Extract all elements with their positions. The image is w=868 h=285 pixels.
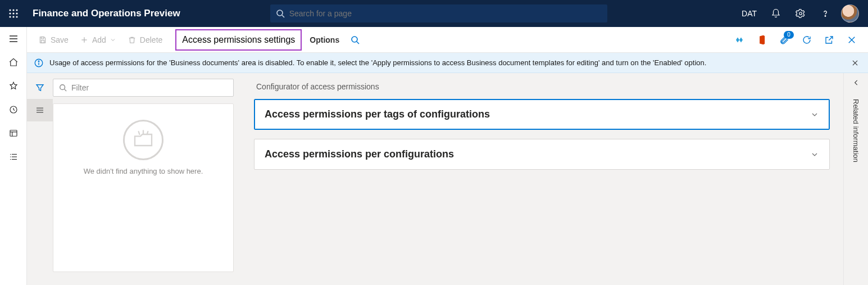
info-banner-text: Usage of access permissions for the 'Bus… — [49, 58, 706, 67]
settings-icon[interactable] — [788, 0, 813, 27]
search-icon — [59, 84, 67, 92]
save-label: Save — [51, 35, 69, 44]
svg-rect-27 — [41, 40, 44, 43]
list-filter-input[interactable] — [71, 83, 228, 92]
empty-list-message: We didn't find anything to show here. — [84, 167, 203, 175]
chevron-down-icon — [810, 150, 819, 159]
related-info-rail: Related information — [843, 73, 868, 285]
svg-rect-17 — [10, 130, 17, 137]
global-search[interactable] — [270, 4, 607, 22]
empty-list-card: We didn't find anything to show here. — [53, 103, 234, 272]
chevron-down-icon — [110, 37, 116, 43]
svg-line-10 — [282, 15, 284, 17]
panel-access-per-tags[interactable]: Access permissions per tags of configura… — [254, 99, 830, 130]
svg-point-12 — [825, 16, 826, 17]
panel-access-per-configurations[interactable]: Access permissions per configurations — [254, 139, 830, 170]
list-icon — [35, 105, 45, 115]
options-button[interactable]: Options — [304, 31, 345, 49]
list-pane: We didn't find anything to show here. — [27, 73, 240, 285]
add-button[interactable]: Add — [74, 31, 122, 49]
svg-line-43 — [65, 89, 67, 92]
list-filter[interactable] — [53, 79, 234, 97]
notifications-icon[interactable] — [764, 0, 788, 27]
refresh-button[interactable] — [796, 30, 817, 50]
svg-point-36 — [38, 61, 39, 62]
plus-icon — [80, 35, 89, 44]
attachments-button[interactable] — [774, 30, 795, 50]
info-icon — [34, 58, 44, 68]
navbar-right: DAT — [735, 0, 868, 27]
svg-point-4 — [12, 12, 14, 14]
company-indicator[interactable]: DAT — [735, 9, 764, 18]
list-view-button[interactable] — [27, 99, 53, 121]
access-permissions-settings-button[interactable]: Access permissions settings — [175, 29, 302, 51]
chevron-left-icon — [852, 79, 860, 87]
app-title: Finance and Operations Preview — [27, 8, 192, 19]
nav-recent-icon[interactable] — [0, 98, 27, 121]
paperclip-icon — [779, 35, 789, 45]
chevron-down-icon — [810, 110, 819, 119]
top-navbar: Finance and Operations Preview DAT — [0, 0, 868, 27]
nav-modules-icon[interactable] — [0, 145, 27, 169]
find-button[interactable] — [345, 31, 365, 49]
banner-close-button[interactable] — [849, 57, 861, 69]
related-info-label: Related information — [852, 99, 860, 162]
waffle-icon[interactable] — [0, 8, 27, 19]
close-button[interactable] — [841, 30, 862, 50]
delete-label: Delete — [140, 35, 162, 44]
popout-icon — [824, 35, 834, 45]
office-icon[interactable] — [751, 30, 772, 50]
nav-workspaces-icon[interactable] — [0, 121, 27, 145]
svg-point-9 — [277, 10, 283, 16]
svg-point-6 — [9, 16, 11, 17]
search-icon — [351, 35, 360, 44]
svg-point-42 — [60, 85, 65, 90]
svg-point-8 — [16, 16, 17, 17]
related-info-expand-button[interactable] — [852, 79, 860, 92]
svg-point-0 — [9, 9, 11, 11]
add-label: Add — [92, 35, 106, 44]
funnel-icon — [35, 83, 45, 93]
panel-access-per-configurations-title: Access permissions per configurations — [265, 148, 454, 160]
trash-icon — [128, 35, 137, 44]
svg-line-31 — [357, 42, 359, 44]
nav-hamburger-icon[interactable] — [0, 27, 27, 51]
svg-point-7 — [12, 16, 14, 17]
panel-access-per-tags-title: Access permissions per tags of configura… — [265, 108, 490, 120]
svg-rect-26 — [41, 37, 44, 38]
save-icon — [38, 35, 47, 44]
help-icon[interactable] — [813, 0, 838, 27]
save-button[interactable]: Save — [33, 31, 74, 49]
svg-point-3 — [9, 12, 11, 14]
svg-point-5 — [16, 12, 17, 14]
popout-button[interactable] — [819, 30, 840, 50]
svg-point-30 — [352, 37, 357, 42]
close-icon — [847, 35, 857, 45]
refresh-icon — [802, 35, 812, 45]
connector-icon[interactable] — [729, 30, 750, 50]
close-icon — [851, 59, 859, 67]
svg-point-11 — [799, 12, 802, 15]
search-icon — [276, 9, 285, 18]
detail-title: Configurator of access permissions — [256, 82, 830, 91]
svg-point-2 — [16, 9, 17, 11]
user-avatar[interactable] — [841, 4, 859, 22]
nav-favorites-icon[interactable] — [0, 74, 27, 98]
nav-home-icon[interactable] — [0, 51, 27, 74]
delete-button[interactable]: Delete — [122, 31, 168, 49]
info-banner: Usage of access permissions for the 'Bus… — [27, 53, 868, 73]
options-label: Options — [310, 35, 339, 44]
detail-pane: Configurator of access permissions Acces… — [240, 73, 843, 285]
global-search-input[interactable] — [289, 9, 607, 18]
left-nav-rail — [0, 27, 27, 285]
svg-point-1 — [12, 9, 14, 11]
filter-toggle-button[interactable] — [27, 76, 53, 99]
access-permissions-settings-label: Access permissions settings — [182, 35, 295, 45]
command-bar: Save Add Delete Access permissions setti… — [27, 27, 868, 53]
empty-folder-icon — [123, 120, 163, 160]
